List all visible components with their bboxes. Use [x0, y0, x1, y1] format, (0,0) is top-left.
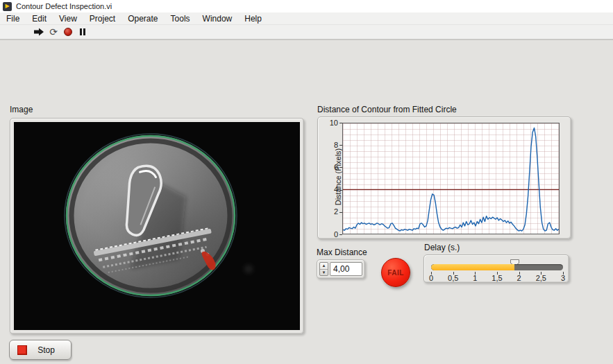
red-stop-circle-icon [64, 28, 72, 36]
fail-led-text: FAIL [387, 269, 404, 277]
slider-tick-label: 1,5 [492, 274, 502, 282]
decrement-button[interactable]: ▼ [320, 270, 328, 276]
slider-tick-label: 0 [429, 274, 433, 282]
menu-item-help[interactable]: Help [238, 12, 268, 24]
window-titlebar: ▶ Contour Defect Inspection.vi [0, 0, 613, 12]
stop-button[interactable]: Stop [9, 340, 72, 360]
run-button[interactable] [32, 26, 46, 38]
image-display [10, 118, 304, 334]
inspection-image-graphic [14, 122, 300, 330]
menu-item-project[interactable]: Project [83, 12, 121, 24]
image-label: Image [10, 105, 33, 114]
menu-item-operate[interactable]: Operate [121, 12, 164, 24]
run-arrow-icon [33, 27, 44, 37]
fail-led-indicator: FAIL [381, 258, 410, 287]
slider-tick-label: 2,5 [536, 274, 546, 282]
stop-button-label: Stop [27, 345, 71, 355]
y-tick-label: 4 [323, 185, 338, 193]
slider-fill [431, 264, 514, 270]
signal-plot-line [343, 128, 559, 231]
stop-square-icon [17, 345, 27, 355]
y-tick-label: 0 [323, 230, 338, 239]
slider-track[interactable] [431, 264, 563, 270]
slider-tick-label: 2 [517, 274, 521, 282]
menu-item-window[interactable]: Window [196, 12, 239, 24]
y-tick-label: 8 [323, 141, 338, 149]
labview-vi-icon: ▶ [3, 2, 12, 11]
delay-slider-control: 00,511,522,53 [423, 254, 569, 283]
menu-item-tools[interactable]: Tools [165, 12, 196, 24]
cycle-arrows-icon: ⟳ [49, 27, 58, 37]
increment-button[interactable]: ▲ [320, 263, 328, 270]
pause-button[interactable] [76, 26, 90, 38]
slider-tick-label: 0,5 [448, 274, 458, 282]
max-distance-label: Max Distance [317, 248, 367, 257]
slider-tick-label: 1 [473, 274, 477, 282]
chart-y-axis-label: Distance (Pixels) [334, 139, 342, 215]
y-tick-label: 2 [323, 207, 338, 216]
max-distance-field[interactable]: 4,00 [330, 262, 362, 276]
chart-plot-area [342, 123, 560, 234]
menu-item-file[interactable]: File [0, 12, 26, 24]
max-distance-control: ▲ ▼ 4,00 [317, 259, 365, 279]
abort-button[interactable] [61, 26, 75, 38]
window-title: Contour Defect Inspection.vi [16, 2, 112, 10]
toolbar: ⟳ [0, 25, 613, 40]
y-tick-label: 10 [323, 119, 338, 127]
y-tick-label: 6 [323, 163, 338, 171]
labview-front-panel: ▶ Contour Defect Inspection.vi FileEditV… [0, 0, 613, 364]
run-continuously-button[interactable]: ⟳ [47, 26, 60, 38]
chart-title: Distance of Contour from Fitted Circle [317, 105, 457, 114]
slider-thumb[interactable] [510, 257, 519, 263]
delay-label: Delay (s.) [424, 243, 460, 252]
menu-item-edit[interactable]: Edit [26, 12, 53, 24]
menu-bar: FileEditViewProjectOperateToolsWindowHel… [0, 12, 613, 25]
pause-bars-icon [80, 28, 85, 35]
menu-item-view[interactable]: View [53, 12, 83, 24]
camera-image [14, 122, 300, 330]
waveform-chart: Distance (Pixels) 0246810 [317, 116, 571, 239]
slider-tick-label: 3 [561, 274, 565, 282]
max-distance-spinner: ▲ ▼ [319, 262, 328, 276]
